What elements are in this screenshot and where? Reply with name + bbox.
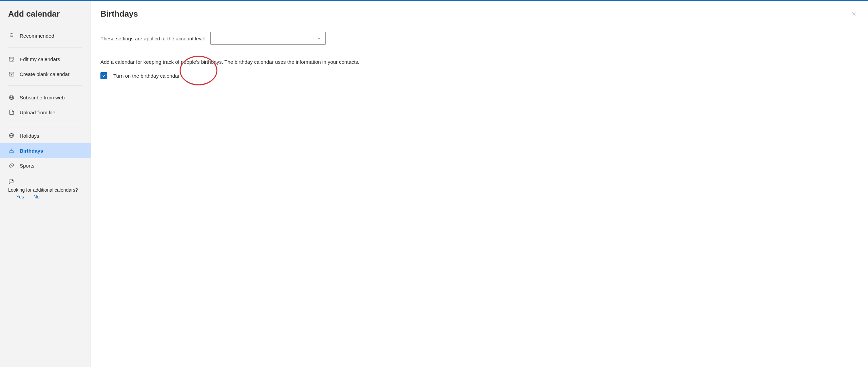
sidebar-divider bbox=[8, 124, 82, 124]
chevron-down-icon bbox=[317, 36, 321, 41]
sidebar-item-label: Holidays bbox=[20, 133, 39, 139]
feedback-no-link[interactable]: No bbox=[34, 194, 40, 199]
sports-icon bbox=[8, 162, 15, 169]
account-level-label: These settings are applied at the accoun… bbox=[100, 36, 207, 41]
cake-icon bbox=[8, 147, 15, 154]
close-button[interactable] bbox=[849, 9, 858, 19]
sidebar-feedback-block: Looking for additional calendars? Yes No bbox=[0, 176, 91, 205]
birthday-checkbox-label: Turn on the birthday calendar bbox=[113, 73, 180, 79]
account-level-dropdown[interactable] bbox=[210, 32, 326, 45]
sidebar-item-recommended[interactable]: Recommended bbox=[0, 28, 91, 43]
birthday-description: Add a calendar for keeping track of peop… bbox=[100, 59, 858, 65]
sidebar-item-edit-my-calendars[interactable]: Edit my calendars bbox=[0, 52, 91, 66]
svg-point-5 bbox=[12, 179, 14, 181]
sidebar-item-sports[interactable]: Sports bbox=[0, 158, 91, 173]
file-icon bbox=[8, 109, 15, 116]
check-icon bbox=[101, 73, 106, 78]
main-panel: Birthdays These settings are applied at … bbox=[91, 1, 868, 367]
globe-icon bbox=[8, 132, 15, 139]
sidebar-item-birthdays[interactable]: Birthdays bbox=[0, 143, 91, 158]
edit-calendar-icon bbox=[8, 56, 15, 62]
birthday-calendar-checkbox[interactable] bbox=[100, 72, 107, 79]
feedback-yes-link[interactable]: Yes bbox=[16, 194, 24, 199]
sidebar-title: Add calendar bbox=[0, 1, 91, 25]
sidebar-divider bbox=[8, 85, 82, 86]
sidebar-divider bbox=[8, 47, 82, 47]
add-calendar-sidebar: Add calendar Recommended Edit my calenda… bbox=[0, 1, 91, 367]
sidebar-item-label: Subscribe from web bbox=[20, 95, 65, 100]
add-calendar-icon bbox=[8, 71, 15, 77]
sidebar-item-holidays[interactable]: Holidays bbox=[0, 128, 91, 143]
sidebar-item-label: Sports bbox=[20, 163, 34, 169]
sidebar-item-label: Upload from file bbox=[20, 110, 55, 115]
web-icon bbox=[8, 94, 15, 101]
lightbulb-icon bbox=[8, 32, 15, 39]
close-icon bbox=[851, 11, 857, 17]
feedback-icon bbox=[8, 178, 15, 185]
page-title: Birthdays bbox=[100, 9, 138, 19]
sidebar-item-label: Edit my calendars bbox=[20, 56, 60, 62]
sidebar-item-create-blank-calendar[interactable]: Create blank calendar bbox=[0, 66, 91, 81]
sidebar-item-upload-from-file[interactable]: Upload from file bbox=[0, 105, 91, 120]
sidebar-item-label: Birthdays bbox=[20, 148, 43, 154]
feedback-question: Looking for additional calendars? bbox=[8, 187, 82, 193]
sidebar-item-subscribe-from-web[interactable]: Subscribe from web bbox=[0, 90, 91, 105]
sidebar-item-label: Create blank calendar bbox=[20, 71, 70, 77]
sidebar-item-label: Recommended bbox=[20, 33, 54, 39]
